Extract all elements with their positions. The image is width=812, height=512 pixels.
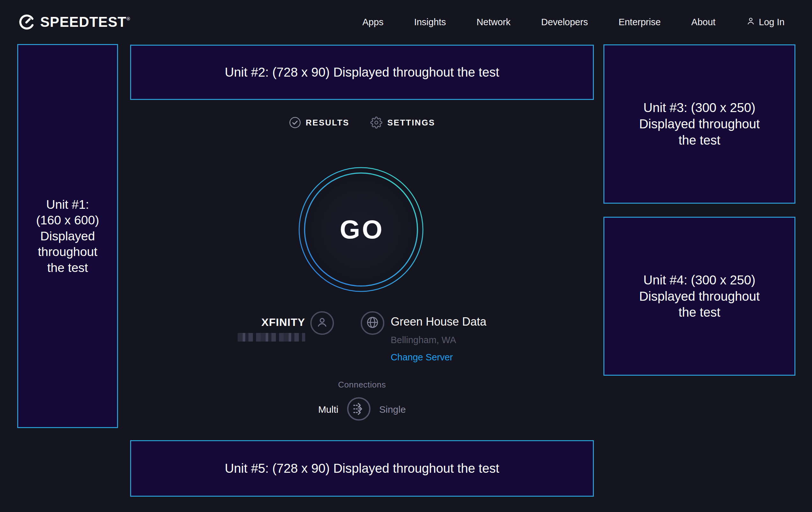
ad-unit-5-text: Unit #5: (728 x 90) Displayed throughout… — [225, 460, 499, 477]
ad-unit-4-rectangle[interactable]: Unit #4: (300 x 250) Displayed throughou… — [603, 217, 795, 376]
server-location: Bellingham, WA — [391, 335, 486, 345]
nav-item-about[interactable]: About — [691, 17, 716, 27]
multi-connection-icon[interactable] — [347, 397, 371, 422]
nav-item-enterprise[interactable]: Enterprise — [618, 17, 661, 27]
globe-icon — [365, 315, 380, 331]
speedometer-icon — [18, 13, 36, 31]
connections-toggle-row: Multi Single — [318, 397, 406, 422]
user-icon — [746, 16, 756, 28]
change-server-link[interactable]: Change Server — [391, 353, 486, 362]
tab-results-label: RESULTS — [306, 118, 350, 128]
server-name: Green House Data — [391, 316, 486, 327]
isp-name: XFINITY — [262, 316, 305, 328]
nav-item-insights[interactable]: Insights — [414, 17, 446, 27]
person-icon — [315, 315, 329, 331]
tab-settings[interactable]: SETTINGS — [370, 116, 435, 129]
nav-item-developers[interactable]: Developers — [541, 17, 588, 27]
tab-settings-label: SETTINGS — [387, 118, 435, 128]
ad-unit-1-skyscraper[interactable]: Unit #1: (160 x 600) Displayed throughou… — [17, 44, 118, 428]
ad-unit-3-text: Unit #3: (300 x 250) Displayed throughou… — [639, 100, 760, 148]
go-button[interactable]: GO — [298, 167, 424, 292]
server-block: Green House Data Bellingham, WA Change S… — [391, 311, 486, 362]
isp-avatar-circle — [310, 311, 334, 335]
login-label: Log In — [759, 17, 785, 27]
view-tabs: RESULTS SETTINGS — [130, 112, 594, 133]
connections-section: Connections Multi Single — [130, 380, 594, 422]
logo-wordmark: SPEEDTEST® — [40, 14, 130, 30]
connections-label: Connections — [338, 380, 386, 390]
check-circle-icon — [289, 116, 301, 129]
tab-results[interactable]: RESULTS — [289, 116, 350, 129]
connections-single-option[interactable]: Single — [379, 404, 406, 415]
gear-icon — [370, 116, 382, 129]
top-nav: SPEEDTEST® Apps Insights Network Develop… — [0, 0, 812, 44]
isp-block: XFINITY — [238, 316, 305, 342]
ad-unit-5-leaderboard[interactable]: Unit #5: (728 x 90) Displayed throughout… — [130, 440, 594, 497]
go-label: GO — [298, 167, 424, 292]
isp-ip-redacted — [238, 333, 305, 342]
ad-unit-4-text: Unit #4: (300 x 250) Displayed throughou… — [639, 272, 760, 321]
ad-unit-3-rectangle[interactable]: Unit #3: (300 x 250) Displayed throughou… — [603, 44, 795, 204]
nav-item-network[interactable]: Network — [476, 17, 510, 27]
ad-unit-1-text: Unit #1: (160 x 600) Displayed throughou… — [36, 197, 99, 276]
login-button[interactable]: Log In — [746, 16, 785, 28]
nav-menu: Apps Insights Network Developers Enterpr… — [362, 16, 785, 28]
ad-unit-2-text: Unit #2: (728 x 90) Displayed throughout… — [225, 64, 499, 80]
server-globe-circle — [361, 311, 384, 335]
nav-item-apps[interactable]: Apps — [362, 17, 383, 27]
trademark-mark: ® — [126, 16, 130, 21]
connection-info-row: XFINITY Green House Data Bellingham, WA … — [130, 311, 594, 362]
speedtest-logo[interactable]: SPEEDTEST® — [18, 13, 130, 31]
connections-multi-option[interactable]: Multi — [318, 404, 338, 415]
ad-unit-2-leaderboard[interactable]: Unit #2: (728 x 90) Displayed throughout… — [130, 45, 594, 100]
